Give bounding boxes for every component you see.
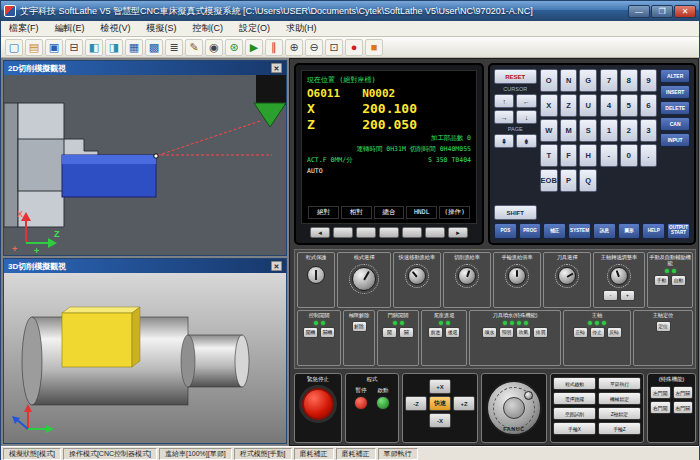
- mdi-address-key[interactable]: S: [579, 119, 597, 142]
- maximize-button[interactable]: ❐: [651, 5, 673, 18]
- menu-item[interactable]: 設定(O): [231, 21, 278, 36]
- panel-button[interactable]: 反轉: [607, 327, 622, 338]
- mdi-address-key[interactable]: P: [560, 169, 578, 192]
- crt-bezel-key[interactable]: ◄: [310, 227, 330, 238]
- menu-item[interactable]: 求助(H): [278, 21, 325, 36]
- mdi-number-key[interactable]: 9: [640, 69, 658, 92]
- mdi-edit-key[interactable]: DELETE: [660, 101, 690, 115]
- mdi-function-key[interactable]: HELP: [642, 223, 665, 239]
- panel-button[interactable]: 解除: [352, 321, 367, 332]
- minimize-button[interactable]: —: [628, 5, 650, 18]
- mdi-number-key[interactable]: 0: [620, 144, 638, 167]
- mdi-edit-key[interactable]: INSERT: [660, 85, 690, 99]
- crt-softkey[interactable]: 相對: [341, 206, 372, 219]
- mdi-address-key[interactable]: M: [560, 119, 578, 142]
- open-file-icon[interactable]: ▤: [25, 39, 43, 56]
- feed-override-knob[interactable]: [458, 267, 476, 285]
- view-2d-icon[interactable]: ◧: [85, 39, 103, 56]
- mdi-address-key[interactable]: W: [540, 119, 558, 142]
- knob-control-icon[interactable]: ◉: [205, 39, 223, 56]
- page-key[interactable]: ⇞: [494, 134, 514, 148]
- function-button[interactable]: 程式啟動: [553, 377, 596, 390]
- menu-item[interactable]: 編輯(E): [47, 21, 93, 36]
- cursor-arrow-key[interactable]: ↑: [494, 94, 514, 108]
- save-file-icon[interactable]: ▣: [45, 39, 63, 56]
- mdi-number-key[interactable]: 2: [620, 119, 638, 142]
- crt-bezel-key[interactable]: [379, 227, 399, 238]
- mdi-number-key[interactable]: 8: [620, 69, 638, 92]
- jog-z-plus-key[interactable]: +Z: [453, 396, 475, 411]
- zoom-fit-icon[interactable]: ⊡: [325, 39, 343, 56]
- panel-button[interactable]: 關: [399, 327, 414, 338]
- simulate-run-icon[interactable]: ▶: [245, 39, 263, 56]
- door-button[interactable]: 左門開: [650, 386, 671, 399]
- handwheel[interactable]: FANUC: [486, 380, 542, 436]
- program-list-icon[interactable]: ≣: [165, 39, 183, 56]
- crt-softkey[interactable]: (操作): [439, 206, 470, 219]
- mdi-edit-key[interactable]: CAN: [660, 117, 690, 131]
- crt-softkey[interactable]: HNDL: [406, 206, 437, 219]
- crt-softkey[interactable]: 絕對: [308, 206, 339, 219]
- feed-hold-button[interactable]: [354, 396, 368, 410]
- panel-button[interactable]: 前進: [428, 327, 443, 338]
- page-key[interactable]: ⇟: [516, 134, 536, 148]
- mdi-address-key[interactable]: U: [579, 94, 597, 117]
- mdi-number-key[interactable]: 7: [600, 69, 618, 92]
- panel-3d-canvas[interactable]: [4, 273, 286, 443]
- close-icon[interactable]: ✕: [271, 63, 282, 73]
- handle-multiplier-knob[interactable]: [508, 267, 526, 285]
- mdi-function-key[interactable]: 補正: [543, 223, 566, 239]
- function-button[interactable]: 單節執行: [598, 377, 641, 390]
- panel-button[interactable]: +: [620, 290, 635, 301]
- panel-button[interactable]: 噴水: [482, 327, 497, 338]
- panel-button[interactable]: 自動: [671, 275, 686, 286]
- crt-bezel-key[interactable]: [402, 227, 422, 238]
- menu-item[interactable]: 模擬(S): [139, 21, 185, 36]
- panel-2d-canvas[interactable]: X + Z +: [4, 75, 286, 255]
- mdi-address-key[interactable]: EOB: [540, 169, 558, 192]
- mdi-address-key[interactable]: G: [579, 69, 597, 92]
- mdi-function-key[interactable]: SYSTEM: [568, 223, 591, 239]
- jog-rapid-key[interactable]: 快速: [429, 396, 451, 411]
- function-button[interactable]: 空跑試削: [553, 407, 596, 420]
- crt-bezel-key[interactable]: [333, 227, 353, 238]
- panel-3d-titlebar[interactable]: 3D切削模擬觀視 ✕: [4, 259, 286, 273]
- menu-item[interactable]: 控制(C): [185, 21, 232, 36]
- jog-x-minus-key[interactable]: -X: [429, 413, 451, 428]
- panel-button[interactable]: 後退: [445, 327, 460, 338]
- mdi-number-key[interactable]: 1: [600, 119, 618, 142]
- cursor-arrow-key[interactable]: →: [494, 110, 514, 124]
- function-button[interactable]: Z軸鎖定: [598, 407, 641, 420]
- crt-bezel-key[interactable]: [425, 227, 445, 238]
- mdi-number-key[interactable]: -: [600, 144, 618, 167]
- handwheel-handle[interactable]: [524, 391, 533, 400]
- jog-x-plus-key[interactable]: +X: [429, 379, 451, 394]
- rapid-override-knob[interactable]: [408, 267, 426, 285]
- door-button[interactable]: 右門開: [650, 401, 671, 414]
- panel-button[interactable]: 開機: [303, 327, 318, 338]
- panel-button[interactable]: 關機: [320, 327, 335, 338]
- crt-bezel-key[interactable]: [356, 227, 376, 238]
- mdi-number-key[interactable]: 6: [640, 94, 658, 117]
- simulate-pause-icon[interactable]: ∥: [265, 39, 283, 56]
- mdi-address-key[interactable]: Z: [560, 94, 578, 117]
- tool-setting-icon[interactable]: ⊛: [225, 39, 243, 56]
- mdi-function-key[interactable]: 訊息: [593, 223, 616, 239]
- menu-item[interactable]: 檔案(F): [1, 21, 47, 36]
- panel-button[interactable]: 照明: [499, 327, 514, 338]
- mdi-edit-key[interactable]: INPUT: [660, 133, 690, 147]
- panel-button[interactable]: 停止: [590, 327, 605, 338]
- print-icon[interactable]: ⊟: [65, 39, 83, 56]
- close-button[interactable]: ✕: [674, 5, 696, 18]
- stop-icon[interactable]: ■: [365, 39, 383, 56]
- zoom-out-icon[interactable]: ⊖: [305, 39, 323, 56]
- crt-softkey[interactable]: 總合: [374, 206, 405, 219]
- view-3d-icon[interactable]: ◨: [105, 39, 123, 56]
- record-icon[interactable]: ●: [345, 39, 363, 56]
- mdi-function-key[interactable]: POS: [494, 223, 517, 239]
- mdi-edit-key[interactable]: ALTER: [660, 69, 690, 83]
- panel-button[interactable]: 排屑: [533, 327, 548, 338]
- mdi-function-key[interactable]: PROG: [519, 223, 542, 239]
- wireframe-icon[interactable]: ▦: [125, 39, 143, 56]
- mode-select-knob[interactable]: [352, 267, 376, 291]
